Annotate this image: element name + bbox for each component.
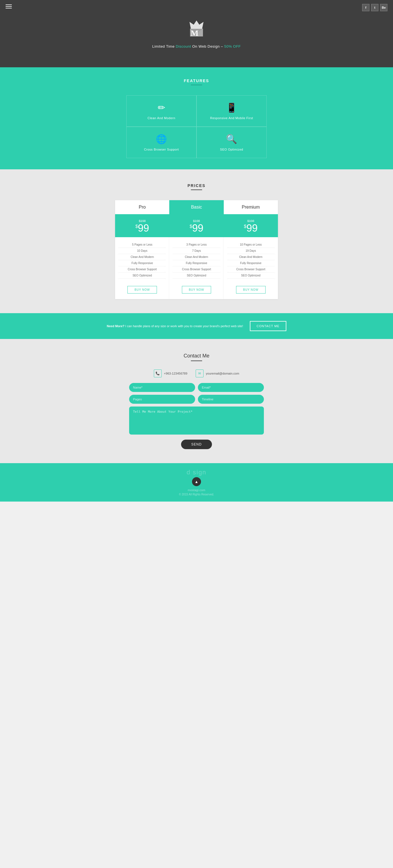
- hero-tagline: Limited Time Discount On Web Design – 50…: [152, 44, 241, 49]
- premium-dollar-sign: $: [244, 224, 247, 229]
- contact-phone: +963-123456789: [164, 372, 188, 375]
- basic-current-price: $99: [174, 223, 219, 233]
- hero-logo: M: [187, 19, 206, 40]
- list-item: SEO Optimized: [227, 273, 275, 279]
- list-item: Cross Browser Support: [118, 266, 166, 273]
- send-button[interactable]: SEND: [181, 440, 212, 449]
- feature-seo: 🔍 SEO Optimized: [196, 127, 267, 158]
- feature-clean-label: Clean And Modern: [147, 116, 175, 120]
- contact-email-item: ✉ youremail@domain.com: [196, 370, 239, 377]
- pro-features-list: 5 Pages or Less 10 Days Clean And Modern…: [115, 237, 169, 283]
- footer-copyright: © 2015 All Rights Reserved.: [6, 493, 387, 496]
- list-item: 3 Pages or Less: [173, 242, 220, 248]
- feature-responsive: 📱 Responsive And Mobile First: [196, 95, 267, 127]
- timeline-input[interactable]: [198, 395, 264, 404]
- list-item: Clean And Modern: [227, 254, 275, 260]
- premium-features-list: 10 Pages or Less 19 Days Clean And Moder…: [224, 237, 278, 283]
- pro-price-box: $198 $99: [115, 214, 169, 237]
- pricing-cards: Pro $198 $99 5 Pages or Less 10 Days Cle…: [115, 200, 278, 299]
- scroll-top-button[interactable]: ▲: [192, 477, 201, 486]
- tagline-off: 50% OFF: [224, 44, 241, 49]
- list-item: Fully Responsive: [173, 260, 220, 266]
- search-icon: 🔍: [226, 134, 237, 145]
- pro-dollar-sign: $: [135, 224, 138, 229]
- facebook-button[interactable]: f: [362, 4, 369, 11]
- basic-card-header: Basic: [169, 200, 223, 214]
- name-input[interactable]: [129, 383, 195, 392]
- prices-title: PRICES: [6, 183, 387, 188]
- basic-price-box: $198 $99: [169, 214, 223, 237]
- feature-cross-browser-label: Cross Browser Support: [144, 148, 179, 151]
- pro-buy-button[interactable]: BUY NOW: [128, 286, 157, 293]
- pricing-card-basic: Basic $198 $99 3 Pages or Less 7 Days Cl…: [169, 200, 223, 299]
- contact-section-title: Contact Me: [6, 353, 387, 359]
- features-title: FEATURES: [6, 79, 387, 83]
- list-item: 10 Days: [118, 248, 166, 254]
- list-item: SEO Optimized: [118, 273, 166, 279]
- need-more-label: Need More?: [107, 324, 124, 328]
- prices-section: PRICES Pro $198 $99 5 Pages or Less 10 D…: [0, 169, 393, 313]
- footer-logo-text: d sign: [6, 469, 387, 476]
- pricing-card-premium: Premium $198 $99 10 Pages or Less 19 Day…: [224, 200, 278, 299]
- feature-clean: ✏ Clean And Modern: [126, 95, 196, 127]
- prices-underline: [191, 189, 202, 190]
- nav-hamburger[interactable]: [6, 4, 12, 8]
- feature-seo-label: SEO Optimized: [220, 148, 243, 151]
- mobile-icon: 📱: [226, 102, 237, 113]
- list-item: Cross Browser Support: [227, 266, 275, 273]
- list-item: Cross Browser Support: [173, 266, 220, 273]
- list-item: SEO Optimized: [173, 273, 220, 279]
- twitter-button[interactable]: t: [371, 4, 378, 11]
- social-links: f t Be: [362, 4, 387, 11]
- footer: d sign ▲ mostagi.com © 2015 All Rights R…: [0, 463, 393, 502]
- list-item: 7 Days: [173, 248, 220, 254]
- tagline-discount: Discount: [176, 44, 191, 49]
- pro-current-price: $99: [119, 223, 165, 233]
- svg-marker-0: [190, 21, 203, 29]
- browser-icon: 🌐: [156, 134, 167, 145]
- message-textarea[interactable]: [129, 406, 264, 435]
- footer-domain: mostagi.com: [6, 488, 387, 492]
- tagline-mid: On Web Design –: [191, 44, 224, 49]
- pages-input[interactable]: [129, 395, 195, 404]
- list-item: 5 Pages or Less: [118, 242, 166, 248]
- email-field[interactable]: [198, 383, 264, 392]
- email-icon: ✉: [196, 370, 203, 377]
- premium-price-box: $198 $99: [224, 214, 278, 237]
- form-row-pages-timeline: [129, 395, 264, 404]
- premium-current-price: $99: [228, 223, 274, 233]
- basic-buy-button[interactable]: BUY NOW: [182, 286, 212, 293]
- banner-text: Need More? I can handle plans of any siz…: [107, 324, 243, 328]
- feature-responsive-label: Responsive And Mobile First: [210, 116, 253, 120]
- premium-buy-button[interactable]: BUY NOW: [236, 286, 265, 293]
- features-section: FEATURES ✏ Clean And Modern 📱 Responsive…: [0, 67, 393, 169]
- list-item: Clean And Modern: [173, 254, 220, 260]
- pro-card-header: Pro: [115, 200, 169, 214]
- list-item: 10 Pages or Less: [227, 242, 275, 248]
- premium-card-header: Premium: [224, 200, 278, 214]
- contact-underline: [191, 361, 202, 361]
- form-row-name-email: [129, 383, 264, 392]
- tagline-pre: Limited Time: [152, 44, 176, 49]
- contact-form-section: Contact Me 📞 +963-123456789 ✉ youremail@…: [0, 339, 393, 463]
- list-item: Fully Responsive: [118, 260, 166, 266]
- phone-icon: 📞: [154, 370, 162, 377]
- list-item: 19 Days: [227, 248, 275, 254]
- list-item: Fully Responsive: [227, 260, 275, 266]
- contact-info-row: 📞 +963-123456789 ✉ youremail@domain.com: [6, 370, 387, 377]
- contact-phone-item: 📞 +963-123456789: [154, 370, 188, 377]
- behance-button[interactable]: Be: [380, 4, 387, 11]
- banner-description: I can handle plans of any size or work w…: [124, 324, 243, 328]
- feature-cross-browser: 🌐 Cross Browser Support: [126, 127, 196, 158]
- pencil-icon: ✏: [158, 102, 165, 113]
- features-grid: ✏ Clean And Modern 📱 Responsive And Mobi…: [126, 95, 267, 158]
- contact-email: youremail@domain.com: [206, 372, 239, 375]
- features-underline: [191, 85, 202, 85]
- contact-me-button[interactable]: CONTACT ME: [250, 321, 286, 331]
- basic-features-list: 3 Pages or Less 7 Days Clean And Modern …: [169, 237, 223, 283]
- list-item: Clean And Modern: [118, 254, 166, 260]
- pricing-card-pro: Pro $198 $99 5 Pages or Less 10 Days Cle…: [115, 200, 169, 299]
- contact-banner: Need More? I can handle plans of any siz…: [0, 313, 393, 339]
- contact-form: SEND: [129, 383, 264, 449]
- hero-section: f t Be M Limited Time Discount On Web De…: [0, 0, 393, 67]
